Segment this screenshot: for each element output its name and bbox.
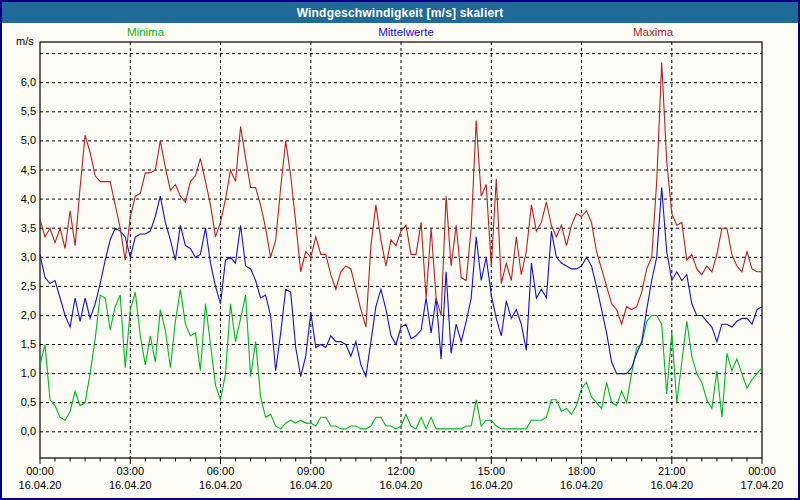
y-tick-label: 3,0 — [21, 251, 36, 263]
x-tick-date-label: 17.04.20 — [741, 479, 784, 491]
x-tick-date-label: 16.04.20 — [289, 479, 332, 491]
x-tick-date-label: 16.04.20 — [19, 479, 62, 491]
x-tick-date-label: 16.04.20 — [199, 479, 242, 491]
x-tick-time-label: 15:00 — [478, 465, 506, 477]
legend-minima: Minima — [127, 26, 164, 38]
legend-maxima: Maxima — [633, 26, 673, 38]
y-tick-label: 6,0 — [21, 76, 36, 88]
series-minima-line — [40, 289, 762, 429]
x-tick-time-label: 09:00 — [297, 465, 325, 477]
x-tick-date-label: 16.04.20 — [470, 479, 513, 491]
y-tick-label: 4,5 — [21, 164, 36, 176]
y-tick-label: 4,0 — [21, 193, 36, 205]
x-tick-time-label: 00:00 — [748, 465, 776, 477]
x-tick-time-label: 03:00 — [117, 465, 145, 477]
legend-mittelwerte: Mittelwerte — [378, 26, 434, 38]
x-tick-time-label: 00:00 — [26, 465, 54, 477]
y-tick-label: 1,5 — [21, 338, 36, 350]
x-tick-date-label: 16.04.20 — [380, 479, 423, 491]
chart-svg: 6,05,55,04,54,03,53,02,52,01,51,00,50,00… — [2, 2, 798, 498]
y-tick-label: 0,5 — [21, 396, 36, 408]
y-tick-label: 1,0 — [21, 367, 36, 379]
y-tick-label: 0,0 — [21, 425, 36, 437]
app-window: Windgeschwindigkeit [m/s] skaliert 6,05,… — [0, 0, 800, 500]
x-tick-date-label: 16.04.20 — [109, 479, 152, 491]
y-tick-label: 3,5 — [21, 222, 36, 234]
x-tick-time-label: 18:00 — [568, 465, 596, 477]
y-tick-label: 5,0 — [21, 134, 36, 146]
y-tick-label: 2,0 — [21, 309, 36, 321]
x-tick-date-label: 16.04.20 — [560, 479, 603, 491]
y-axis-unit-label: m/s — [16, 35, 34, 47]
x-tick-time-label: 21:00 — [658, 465, 686, 477]
x-tick-time-label: 12:00 — [387, 465, 415, 477]
y-tick-label: 2,5 — [21, 280, 36, 292]
x-tick-time-label: 06:00 — [207, 465, 235, 477]
x-tick-date-label: 16.04.20 — [650, 479, 693, 491]
y-tick-label: 5,5 — [21, 105, 36, 117]
